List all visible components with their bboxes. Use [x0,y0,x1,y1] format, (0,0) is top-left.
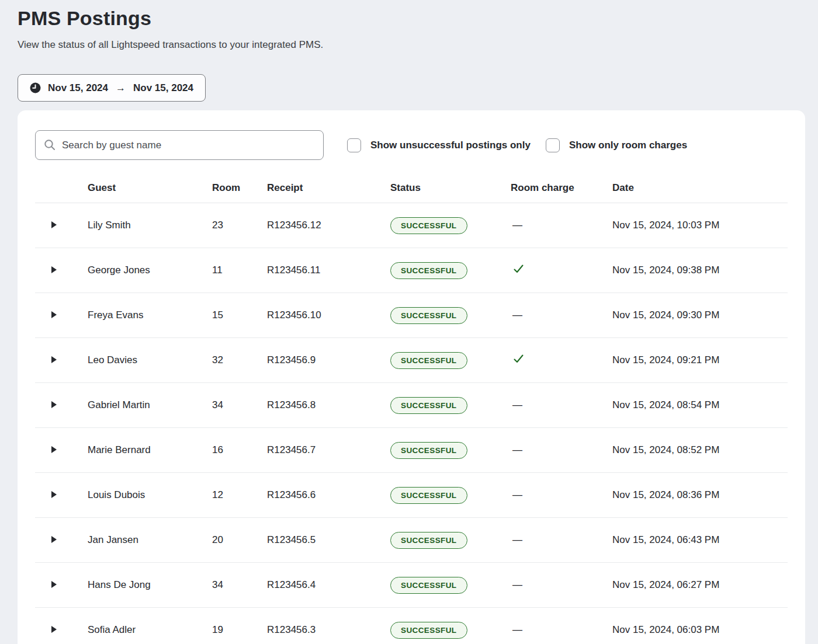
posting-date: Nov 15, 2024, 10:03 PM [612,220,788,231]
row-expand-triangle-right-icon[interactable] [51,401,57,408]
status-badge: SUCCESSFUL [390,487,467,504]
status-cell: SUCCESSFUL [390,487,511,504]
table-row[interactable]: Leo Davies32R123456.9SUCCESSFULNov 15, 2… [35,338,788,383]
no-room-charge-dash: — [512,444,522,455]
room-number: 15 [212,309,267,321]
room-charge-cell: — [511,309,612,321]
expand-cell [35,264,88,276]
row-expand-triangle-right-icon[interactable] [51,581,57,588]
row-expand-triangle-right-icon[interactable] [51,536,57,543]
row-expand-triangle-right-icon[interactable] [51,626,57,633]
expand-cell [35,489,88,501]
room-number: 12 [212,489,267,501]
posting-date: Nov 15, 2024, 09:38 PM [612,264,788,276]
check-icon [512,353,525,368]
table-row[interactable]: George Jones11R123456.11SUCCESSFULNov 15… [35,248,788,293]
room-charges-checkbox[interactable] [546,138,560,152]
clock-icon [30,82,41,93]
expand-cell [35,444,88,456]
room-number: 34 [212,399,267,411]
column-header-room: Room [212,182,267,194]
posting-date: Nov 15, 2024, 06:27 PM [612,579,788,591]
status-cell: SUCCESSFUL [390,622,511,639]
status-badge: SUCCESSFUL [390,352,467,369]
table-row[interactable]: Louis Dubois12R123456.6SUCCESSFUL—Nov 15… [35,473,788,518]
table-row[interactable]: Hans De Jong34R123456.4SUCCESSFUL—Nov 15… [35,563,788,608]
expand-cell [35,579,88,591]
unsuccessful-postings-checkbox[interactable] [347,138,361,152]
date-range-button[interactable]: Nov 15, 2024→Nov 15, 2024 [18,74,206,102]
table-row[interactable]: Lily Smith23R123456.12SUCCESSFUL—Nov 15,… [35,203,788,248]
status-badge: SUCCESSFUL [390,307,467,324]
expand-cell [35,534,88,546]
receipt-number: R123456.6 [267,489,390,501]
table-row[interactable]: Sofia Adler19R123456.3SUCCESSFUL—Nov 15,… [35,608,788,644]
status-cell: SUCCESSFUL [390,577,511,594]
receipt-number: R123456.12 [267,220,390,231]
no-room-charge-dash: — [512,399,522,410]
status-badge: SUCCESSFUL [390,622,467,639]
no-room-charge-dash: — [512,579,522,590]
search-input[interactable] [62,140,315,151]
room-charge-cell: — [511,624,612,636]
page-subtitle: View the status of all Lightspeed transa… [18,39,805,51]
room-charge-cell: — [511,489,612,501]
row-expand-triangle-right-icon[interactable] [51,491,57,498]
status-cell: SUCCESSFUL [390,532,511,549]
no-room-charge-dash: — [512,220,522,231]
row-expand-triangle-right-icon[interactable] [51,221,57,228]
table-row[interactable]: Marie Bernard16R123456.7SUCCESSFUL—Nov 1… [35,428,788,473]
room-charge-cell: — [511,220,612,231]
status-cell: SUCCESSFUL [390,352,511,369]
column-header-date: Date [612,182,788,194]
room-number: 11 [212,264,267,276]
guest-name: George Jones [88,264,212,276]
column-header-status: Status [390,182,511,194]
guest-search-box[interactable] [35,130,324,160]
guest-name: Jan Jansen [88,534,212,546]
guest-name: Louis Dubois [88,489,212,501]
status-badge: SUCCESSFUL [390,262,467,279]
expand-cell [35,309,88,321]
receipt-number: R123456.5 [267,534,390,546]
room-charges-filter: Show only room charges [546,138,687,152]
room-number: 19 [212,624,267,636]
status-cell: SUCCESSFUL [390,307,511,324]
room-number: 34 [212,579,267,591]
room-charge-cell: — [511,399,612,411]
table-row[interactable]: Jan Jansen20R123456.5SUCCESSFUL—Nov 15, … [35,518,788,563]
status-cell: SUCCESSFUL [390,262,511,279]
guest-name: Lily Smith [88,220,212,231]
status-badge: SUCCESSFUL [390,532,467,549]
guest-name: Leo Davies [88,354,212,366]
row-expand-triangle-right-icon[interactable] [51,266,57,273]
date-range-start: Nov 15, 2024 [48,82,108,94]
status-badge: SUCCESSFUL [390,397,467,414]
column-header-receipt: Receipt [267,182,390,194]
status-cell: SUCCESSFUL [390,442,511,459]
table-row[interactable]: Freya Evans15R123456.10SUCCESSFUL—Nov 15… [35,293,788,338]
room-charge-cell [511,353,612,368]
unsuccessful-filter: Show unsuccessful postings only [347,138,531,152]
row-expand-triangle-right-icon[interactable] [51,311,57,318]
no-room-charge-dash: — [512,534,522,545]
room-charge-cell: — [511,534,612,546]
posting-date: Nov 15, 2024, 08:36 PM [612,489,788,501]
expand-cell [35,354,88,366]
unsuccessful-postings-label: Show unsuccessful postings only [370,140,531,151]
receipt-number: R123456.8 [267,399,390,411]
room-number: 16 [212,444,267,456]
posting-date: Nov 15, 2024, 08:52 PM [612,444,788,456]
status-badge: SUCCESSFUL [390,442,467,459]
pms-postings-page: PMS Postings View the status of all Ligh… [0,0,818,644]
row-expand-triangle-right-icon[interactable] [51,446,57,453]
status-cell: SUCCESSFUL [390,397,511,414]
table-row[interactable]: Gabriel Martin34R123456.8SUCCESSFUL—Nov … [35,383,788,428]
expand-cell [35,399,88,411]
guest-name: Gabriel Martin [88,399,212,411]
row-expand-triangle-right-icon[interactable] [51,356,57,363]
receipt-number: R123456.3 [267,624,390,636]
receipt-number: R123456.11 [267,264,390,276]
check-icon [512,263,525,278]
posting-date: Nov 15, 2024, 09:30 PM [612,309,788,321]
